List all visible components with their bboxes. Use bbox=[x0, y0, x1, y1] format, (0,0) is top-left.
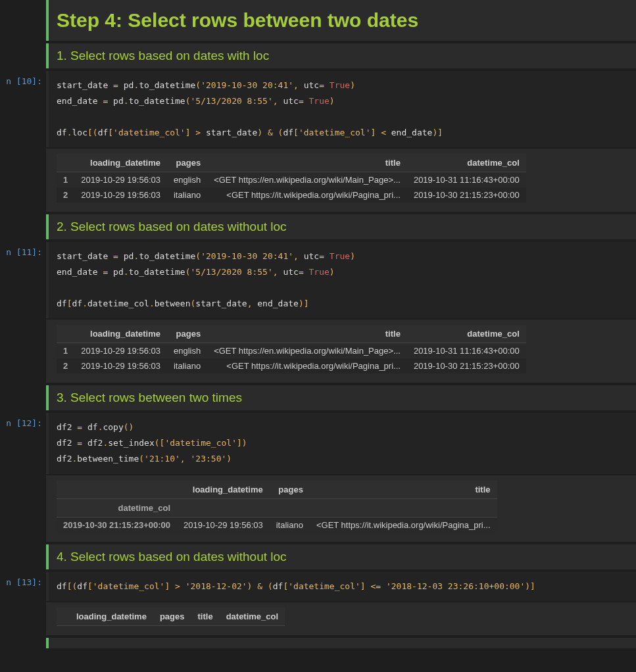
table-cell: 2019-10-29 19:56:03 bbox=[177, 517, 270, 533]
code-token: end_date bbox=[386, 128, 432, 137]
code-token: . bbox=[124, 96, 129, 106]
code-token: '21:10' bbox=[144, 454, 180, 464]
code-token: 'datetime_col' bbox=[288, 581, 360, 591]
code-token: df2 bbox=[82, 438, 103, 448]
table-cell: 2019-10-29 19:56:03 bbox=[74, 172, 167, 188]
code-token: copy bbox=[103, 422, 123, 432]
code-token: 'datetime_col' bbox=[113, 128, 185, 137]
markdown-cell[interactable]: 4. Select rows based on dates without lo… bbox=[0, 544, 636, 569]
row-index: 2 bbox=[57, 187, 74, 203]
rendered-markdown: 2. Select rows based on dates without lo… bbox=[49, 214, 636, 239]
code-token: ) bbox=[350, 251, 355, 261]
markdown-cell[interactable]: 3. Select rows between two times bbox=[0, 385, 636, 410]
column-header: loading_datetime bbox=[74, 325, 167, 343]
table-header-row: loading_datetimepagestitle bbox=[57, 481, 497, 499]
code-cell[interactable]: n [13]:df[(df['datetime_col'] > '2018-12… bbox=[0, 572, 636, 601]
markdown-cell[interactable] bbox=[0, 638, 636, 648]
code-token: '2019-10-30 20:41' bbox=[201, 80, 293, 90]
markdown-cell[interactable]: Step 4: Select rows between two dates bbox=[0, 0, 636, 41]
code-token: end_date bbox=[57, 96, 103, 106]
table-head: loading_datetimepagestitledatetime_col bbox=[57, 481, 497, 517]
code-token: ( bbox=[195, 80, 201, 90]
column-header: datetime_col bbox=[407, 154, 526, 172]
code-token: set_index bbox=[108, 438, 154, 448]
column-header: pages bbox=[270, 481, 310, 499]
code-token: utc bbox=[278, 267, 299, 277]
row-index: 1 bbox=[57, 343, 74, 359]
code-token: = bbox=[319, 80, 330, 90]
code-cell[interactable]: n [12]:df2 = df.copy() df2 = df2.set_ind… bbox=[0, 413, 636, 473]
code-token: ) bbox=[350, 80, 355, 90]
code-token: True bbox=[330, 80, 350, 90]
code-token: ( bbox=[185, 96, 191, 106]
code-cell[interactable]: n [10]:start_date = pd.to_datetime('2019… bbox=[0, 71, 636, 147]
rendered-markdown: 3. Select rows between two times bbox=[49, 385, 636, 410]
output-dataframe: loading_datetimepagestitledatetime_col bbox=[57, 608, 285, 626]
code-token: loc bbox=[72, 128, 87, 137]
code-input[interactable]: start_date = pd.to_datetime('2019-10-30 … bbox=[49, 71, 636, 147]
code-token: df bbox=[57, 299, 67, 308]
code-token: 'datetime_col' bbox=[164, 438, 237, 448]
section-heading: 1. Select rows based on dates with loc bbox=[57, 49, 628, 63]
table-body: 12019-10-29 19:56:03english<GET https://… bbox=[57, 172, 526, 203]
markdown-cell[interactable]: 1. Select rows based on dates with loc bbox=[0, 43, 636, 68]
code-token: ] bbox=[185, 128, 191, 137]
code-token: ) bbox=[299, 299, 304, 308]
code-cell[interactable]: n [11]:start_date = pd.to_datetime('2019… bbox=[0, 242, 636, 318]
code-token: True bbox=[309, 96, 330, 106]
markdown-cell[interactable]: 2. Select rows based on dates without lo… bbox=[0, 214, 636, 239]
table-cell: 2019-10-30 21:15:23+00:00 bbox=[407, 358, 526, 373]
code-token: True bbox=[330, 251, 350, 261]
output-dataframe: loading_datetimepagestitledatetime_col20… bbox=[57, 481, 497, 533]
code-token: pd bbox=[108, 96, 123, 106]
rendered-markdown: Step 4: Select rows between two dates bbox=[49, 0, 636, 41]
code-input[interactable]: df2 = df.copy() df2 = df2.set_index(['da… bbox=[49, 413, 636, 473]
code-token: 'datetime_col' bbox=[299, 128, 371, 137]
cell-inner: df[(df['datetime_col'] > '2018-12-02') &… bbox=[46, 572, 636, 601]
code-token: '23:50' bbox=[191, 454, 227, 464]
code-input[interactable]: start_date = pd.to_datetime('2019-10-30 … bbox=[49, 242, 636, 318]
code-token bbox=[381, 581, 386, 591]
code-token: pd bbox=[118, 251, 134, 261]
prompt-area bbox=[0, 544, 46, 569]
cell-inner: start_date = pd.to_datetime('2019-10-30 … bbox=[46, 242, 636, 318]
table-cell: <GET https://en.wikipedia.org/wiki/Main_… bbox=[207, 343, 407, 359]
code-token: ) bbox=[226, 454, 232, 464]
row-index: 2019-10-30 21:15:23+00:00 bbox=[57, 517, 177, 533]
code-token bbox=[273, 128, 278, 137]
code-token: pd bbox=[118, 80, 134, 90]
output-cell: loading_datetimepagestitledatetime_col12… bbox=[0, 320, 636, 383]
prompt-area bbox=[0, 214, 46, 239]
table-row: 12019-10-29 19:56:03english<GET https://… bbox=[57, 172, 526, 188]
table-cell: 2019-10-29 19:56:03 bbox=[74, 187, 167, 203]
column-header: title bbox=[310, 481, 497, 499]
table-cell: 2019-10-31 11:16:43+00:00 bbox=[407, 343, 526, 359]
rendered-markdown: 4. Select rows based on dates without lo… bbox=[49, 544, 636, 569]
code-token bbox=[180, 581, 185, 591]
code-input[interactable]: df[(df['datetime_col'] > '2018-12-02') &… bbox=[49, 572, 636, 601]
input-prompt: n [13]: bbox=[0, 572, 46, 601]
code-token: between_time bbox=[77, 454, 139, 464]
code-token: to_datetime bbox=[139, 80, 195, 90]
table-index-name-row: datetime_col bbox=[57, 498, 497, 517]
index-name: datetime_col bbox=[57, 498, 177, 517]
index-header bbox=[57, 481, 177, 499]
column-header: title bbox=[207, 325, 407, 343]
code-token: , bbox=[293, 251, 299, 261]
cell-inner: loading_datetimepagestitledatetime_col12… bbox=[46, 320, 636, 383]
code-token: [ bbox=[87, 581, 93, 591]
table-cell: english bbox=[167, 172, 207, 188]
code-token: = bbox=[77, 438, 82, 448]
table-cell: <GET https://en.wikipedia.org/wiki/Main_… bbox=[207, 172, 407, 188]
code-token: [ bbox=[108, 128, 113, 137]
code-token bbox=[376, 128, 381, 137]
output-area: loading_datetimepagestitledatetime_col bbox=[49, 602, 636, 635]
table-cell: 2019-10-29 19:56:03 bbox=[74, 358, 167, 373]
code-token: ) bbox=[330, 96, 335, 106]
row-index: 2 bbox=[57, 358, 74, 373]
code-token: to_datetime bbox=[129, 267, 185, 277]
code-token: ]) bbox=[237, 438, 247, 448]
code-token: utc bbox=[299, 80, 319, 90]
code-token bbox=[262, 128, 268, 137]
column-header: loading_datetime bbox=[74, 154, 167, 172]
